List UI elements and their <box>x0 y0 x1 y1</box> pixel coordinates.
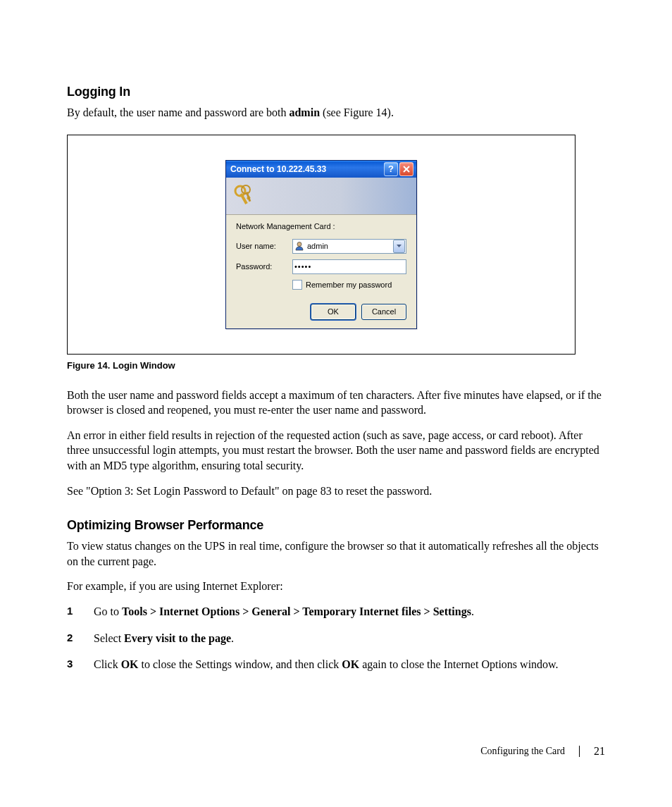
figure-container: Connect to 10.222.45.33 ? <box>67 135 575 355</box>
dialog-buttons: OK Cancel <box>236 304 406 320</box>
remember-checkbox[interactable] <box>292 280 302 290</box>
text: . <box>231 632 234 644</box>
dialog-titlebar[interactable]: Connect to 10.222.45.33 ? <box>226 161 416 178</box>
text: again to close the Internet Options wind… <box>359 658 558 670</box>
document-page: Logging In By default, the user name and… <box>0 0 672 807</box>
username-label: User name: <box>236 242 292 250</box>
password-input[interactable]: ••••• <box>292 259 406 274</box>
paragraph: Both the user name and password fields a… <box>67 388 605 418</box>
svg-point-7 <box>297 242 301 247</box>
username-value: admin <box>307 242 392 250</box>
password-label: Password: <box>236 262 292 271</box>
password-row: Password: ••••• <box>236 259 406 274</box>
heading-logging-in: Logging In <box>67 85 605 99</box>
text: Click <box>94 658 121 670</box>
close-button[interactable] <box>399 162 413 176</box>
user-icon <box>294 241 304 251</box>
username-dropdown-button[interactable] <box>393 240 405 253</box>
remember-row[interactable]: Remember my password <box>292 280 406 290</box>
login-dialog: Connect to 10.222.45.33 ? <box>225 160 417 329</box>
paragraph: See "Option 3: Set Login Password to Def… <box>67 483 605 499</box>
heading-optimizing: Optimizing Browser Performance <box>67 518 605 533</box>
step-item: Select Every visit to the page. <box>67 631 605 646</box>
password-value: ••••• <box>294 262 404 271</box>
figure-caption: Figure 14. Login Window <box>67 360 605 371</box>
text: to close the Settings window, and then c… <box>139 658 342 670</box>
dialog-body: Network Management Card : User name: adm… <box>226 215 416 328</box>
username-row: User name: admin <box>236 239 406 254</box>
dialog-title: Connect to 10.222.45.33 <box>230 164 382 174</box>
help-button[interactable]: ? <box>384 162 398 176</box>
text: (see Figure 14). <box>320 106 394 118</box>
dialog-prompt: Network Management Card : <box>236 222 406 230</box>
paragraph: For example, if you are using Internet E… <box>67 579 605 594</box>
text: Select <box>94 632 124 644</box>
text-bold: admin <box>289 106 320 118</box>
text: . <box>471 605 474 617</box>
text-bold: OK <box>342 658 359 670</box>
footer-page-number: 21 <box>594 745 605 758</box>
page-footer: Configuring the Card 21 <box>480 745 605 758</box>
ok-label: OK <box>328 307 339 316</box>
close-icon <box>403 166 410 173</box>
text: Go to <box>94 605 122 617</box>
keys-icon <box>233 184 257 208</box>
step-item: Go to Tools > Internet Options > General… <box>67 604 605 620</box>
username-input[interactable]: admin <box>292 239 406 254</box>
text-bold: Tools > Internet Options > General > Tem… <box>122 605 471 617</box>
steps-list: Go to Tools > Internet Options > General… <box>67 604 605 672</box>
paragraph: To view status changes on the UPS in rea… <box>67 538 605 569</box>
step-item: Click OK to close the Settings window, a… <box>67 657 605 672</box>
ok-button[interactable]: OK <box>311 304 356 320</box>
chevron-down-icon <box>397 245 402 247</box>
paragraph: An error in either field results in reje… <box>67 428 605 474</box>
dialog-banner <box>226 178 416 215</box>
paragraph-intro: By default, the user name and password a… <box>67 105 605 121</box>
remember-label: Remember my password <box>306 281 392 289</box>
cancel-button[interactable]: Cancel <box>361 304 406 320</box>
text-bold: OK <box>121 658 139 670</box>
text: By default, the user name and password a… <box>67 106 289 118</box>
footer-separator <box>579 746 580 757</box>
text-bold: Every visit to the page <box>124 632 231 644</box>
footer-section-name: Configuring the Card <box>480 746 565 757</box>
cancel-label: Cancel <box>372 307 396 316</box>
